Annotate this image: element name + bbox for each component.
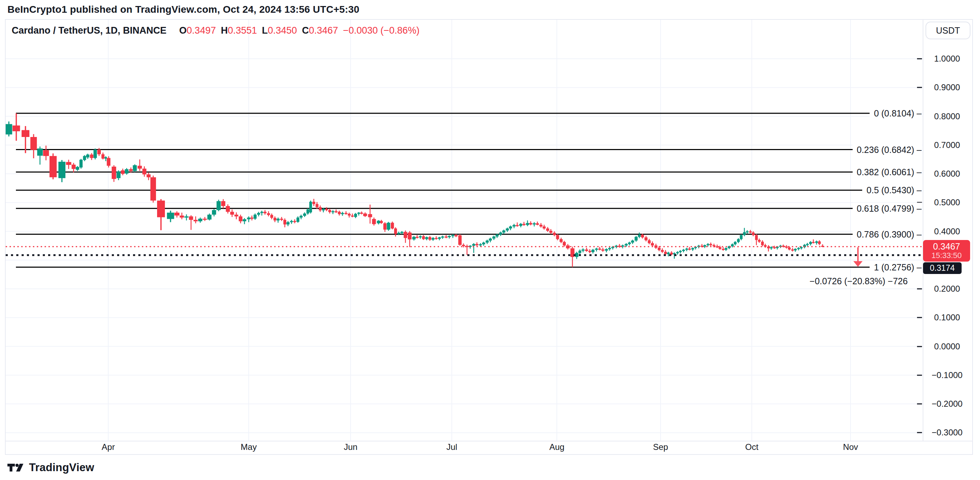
low-value: 0.3450	[268, 25, 297, 36]
price-axis-label: 0.1000	[922, 313, 972, 322]
last-price-value: 0.3467	[933, 241, 960, 251]
level-price-badge[interactable]: 0.3174	[923, 262, 962, 274]
price-axis-label: 0.2000	[922, 284, 972, 294]
tradingview-logo[interactable]: TradingView	[8, 461, 94, 474]
month-axis-label: Nov	[843, 442, 858, 452]
bar-countdown: 15:33:50	[932, 251, 962, 260]
price-axis-label: 0.6000	[922, 169, 972, 179]
high-value: 0.3551	[228, 25, 257, 36]
month-axis-label: Sep	[653, 442, 668, 452]
change-value: −0.0030 (−0.86%)	[343, 25, 419, 36]
chart-border-bottom	[5, 454, 973, 455]
symbol-title: Cardano / TetherUS, 1D, BINANCE	[12, 25, 167, 36]
price-axis-label: 0.5000	[922, 198, 972, 207]
price-axis-tick	[917, 403, 922, 405]
close-label: C	[302, 25, 309, 36]
high-label: H	[221, 25, 228, 36]
price-axis-tick	[917, 289, 922, 290]
price-axis-label: −0.3000	[922, 427, 972, 437]
price-axis-label: 0.4000	[922, 226, 972, 236]
currency-toggle-button[interactable]: USDT	[926, 22, 970, 39]
close-value: 0.3467	[309, 25, 338, 36]
fib-level-label: 1 (0.2756) –	[870, 261, 922, 273]
fib-level-label: 0.618 (0.4799) –	[853, 203, 922, 214]
month-axis-label: Jun	[344, 442, 358, 452]
price-axis-tick	[917, 432, 922, 433]
candlestick-chart-canvas[interactable]	[0, 0, 980, 480]
month-axis-label: Apr	[102, 442, 115, 452]
price-axis-tick	[917, 375, 922, 376]
price-axis-tick	[917, 317, 922, 318]
open-label: O	[179, 25, 187, 36]
open-value: 0.3497	[187, 25, 216, 36]
price-axis-label: 0.9000	[922, 83, 972, 92]
month-axis-label: Oct	[745, 442, 758, 452]
price-axis-label: 1.0000	[922, 54, 972, 64]
chart-border-top	[5, 19, 973, 20]
price-axis-label: 0.0000	[922, 341, 972, 351]
price-axis-label: −0.1000	[922, 370, 972, 380]
time-axis-separator	[5, 441, 973, 442]
price-axis-tick	[917, 58, 922, 59]
last-price-badge[interactable]: 0.3467 15:33:50	[923, 240, 970, 262]
tradingview-snapshot: BeInCrypto1 published on TradingView.com…	[0, 0, 980, 480]
low-label: L	[262, 25, 268, 36]
fib-level-label: 0 (0.8104) –	[870, 108, 922, 119]
symbol-legend: Cardano / TetherUS, 1D, BINANCE O0.3497 …	[12, 25, 420, 36]
fib-level-label: 0.786 (0.3900) –	[853, 228, 922, 240]
month-axis-label: Aug	[549, 442, 565, 452]
month-axis-label: May	[240, 442, 256, 452]
tradingview-logo-icon	[8, 464, 24, 472]
attribution-header: BeInCrypto1 published on TradingView.com…	[8, 4, 360, 15]
chart-border-left	[5, 19, 6, 455]
price-axis-label: −0.2000	[922, 399, 972, 409]
price-axis-label: 0.8000	[922, 112, 972, 121]
price-axis-tick	[917, 346, 922, 347]
month-axis-label: Jul	[447, 442, 457, 452]
measure-annotation: −0.0726 (−20.83%) −726	[810, 276, 907, 286]
fib-level-label: 0.5 (0.5430) –	[862, 184, 922, 196]
tradingview-logo-text: TradingView	[29, 461, 94, 474]
price-axis-label: 0.7000	[922, 140, 972, 150]
chart-border-right	[972, 19, 973, 455]
price-axis-tick	[917, 87, 922, 88]
fib-level-label: 0.382 (0.6061) –	[853, 166, 922, 178]
fib-level-label: 0.236 (0.6842) –	[853, 144, 922, 155]
